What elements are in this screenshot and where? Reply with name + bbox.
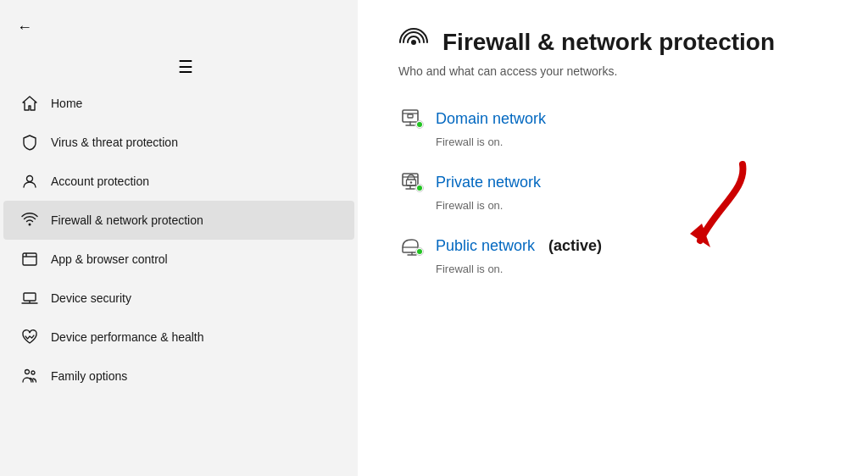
- sidebar-item-device-security[interactable]: Device security: [3, 279, 354, 318]
- sidebar: ← ☰ Home Virus & threat protection Accou…: [0, 0, 358, 476]
- sidebar-label-account: Account protection: [51, 174, 149, 188]
- sidebar-label-family: Family options: [51, 369, 127, 383]
- main-content: Firewall & network protection Who and wh…: [358, 0, 868, 476]
- svg-rect-10: [403, 110, 418, 122]
- page-subtitle: Who and what can access your networks.: [398, 64, 827, 78]
- shield-icon: [20, 133, 39, 152]
- public-network-icon: [398, 232, 426, 259]
- public-network-status: Firewall is on.: [436, 263, 827, 275]
- sidebar-label-virus: Virus & threat protection: [51, 136, 178, 149]
- domain-network-name[interactable]: Domain network: [436, 110, 546, 128]
- private-network-name[interactable]: Private network: [436, 174, 541, 191]
- svg-rect-2: [23, 253, 36, 265]
- svg-point-20: [417, 185, 422, 191]
- browser-icon: [20, 250, 39, 268]
- sidebar-item-family[interactable]: Family options: [3, 357, 354, 396]
- sidebar-label-firewall: Firewall & network protection: [51, 213, 203, 227]
- svg-point-8: [31, 371, 35, 374]
- svg-rect-5: [24, 293, 36, 301]
- sidebar-item-device-health[interactable]: Device performance & health: [3, 318, 354, 357]
- public-network-section: Public network (active) Firewall is on.: [398, 232, 827, 275]
- page-header: Firewall & network protection: [398, 27, 827, 58]
- svg-point-7: [25, 370, 30, 374]
- home-icon: [20, 94, 39, 113]
- private-network-icon: [398, 169, 426, 196]
- sidebar-item-app-browser[interactable]: App & browser control: [3, 240, 354, 279]
- svg-point-24: [417, 249, 422, 254]
- sidebar-item-account[interactable]: Account protection: [3, 162, 354, 201]
- page-title: Firewall & network protection: [442, 29, 775, 56]
- heart-icon: [20, 328, 39, 346]
- private-network-item[interactable]: Private network: [398, 169, 827, 196]
- public-network-active-badge: (active): [548, 237, 602, 255]
- domain-network-section: Domain network Firewall is on.: [398, 105, 827, 148]
- public-network-name[interactable]: Public network: [436, 237, 535, 255]
- sidebar-label-home: Home: [51, 97, 82, 110]
- wifi-icon: [20, 211, 39, 230]
- public-network-item[interactable]: Public network (active): [398, 232, 827, 259]
- sidebar-label-device-security: Device security: [51, 291, 131, 305]
- sidebar-item-home[interactable]: Home: [3, 84, 354, 123]
- svg-point-9: [411, 40, 416, 45]
- sidebar-item-firewall[interactable]: Firewall & network protection: [3, 201, 354, 240]
- family-icon: [20, 367, 39, 385]
- account-icon: [20, 172, 39, 191]
- domain-network-icon: [398, 105, 426, 132]
- svg-point-14: [417, 122, 422, 127]
- domain-network-status: Firewall is on.: [436, 136, 827, 148]
- svg-point-17: [410, 181, 412, 183]
- back-button[interactable]: ←: [14, 15, 36, 40]
- svg-point-0: [27, 176, 33, 182]
- svg-rect-11: [408, 114, 413, 118]
- hamburger-button[interactable]: ☰: [14, 53, 358, 80]
- sidebar-label-device-health: Device performance & health: [51, 330, 204, 344]
- top-bar: ←: [0, 8, 358, 47]
- private-network-status: Firewall is on.: [436, 199, 827, 212]
- page-header-icon: [398, 27, 429, 58]
- sidebar-item-virus[interactable]: Virus & threat protection: [3, 123, 354, 162]
- domain-network-item[interactable]: Domain network: [398, 105, 827, 132]
- svg-point-1: [29, 224, 31, 226]
- private-network-section: Private network Firewall is on.: [398, 169, 827, 212]
- laptop-icon: [20, 289, 39, 307]
- sidebar-label-app-browser: App & browser control: [51, 252, 168, 266]
